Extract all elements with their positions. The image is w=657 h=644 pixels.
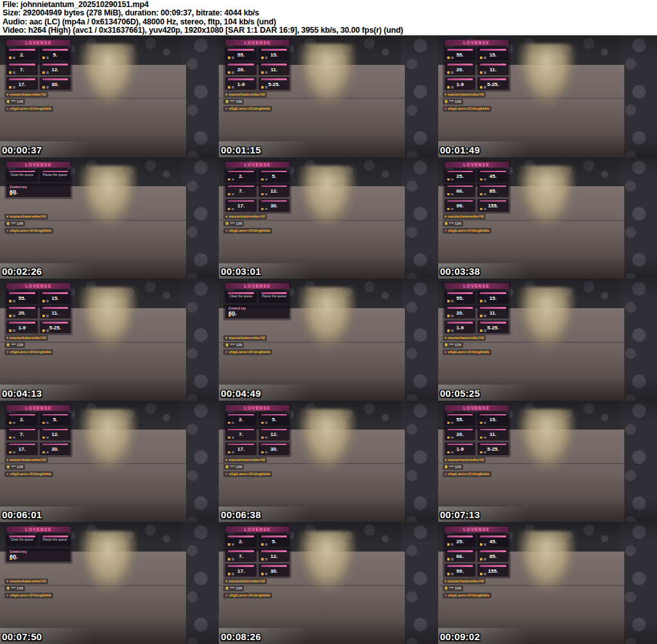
crown-icon: ♛	[225, 465, 228, 469]
tip-amount: 15.	[490, 417, 497, 422]
overlay-caption-text: *** 126	[11, 586, 23, 591]
overlay-caption-text: sfigiLanio<2Udrqjkbkb	[228, 350, 270, 354]
tip-menu-overlay: LOVENSE Clear the queue Pause the queue …	[223, 282, 291, 320]
overlay-caption-text: sfigiLanio<2Udrqjkbkb	[10, 350, 51, 354]
overlay-captions: ♦masterbatermike!42♛*** 126♦sfigiLanio<2…	[443, 92, 491, 112]
timestamp-label: 00:07:13	[440, 509, 480, 520]
tip-menu-tiles: 2.5.7.12.17.30.	[6, 413, 71, 455]
trophy-icon: ♦	[225, 579, 227, 584]
tip-tile: 85.	[477, 184, 509, 197]
tip-menu-overlay: LOVENSE 2.5.7.12.17.30.	[223, 161, 291, 214]
tip-amount: 20.	[456, 431, 463, 437]
video-thumbnail: LOVENSE 25.45.66.85.99.155. ♦masterbater…	[438, 157, 657, 279]
overlay-caption: ♦sfigiLanio<2Udrqjkbkb	[443, 471, 491, 477]
tip-amount: 15.	[51, 295, 58, 301]
overlay-caption: ♦masterbatermike!42	[4, 457, 48, 463]
timestamp-label: 00:09:02	[440, 631, 480, 642]
gift-icon: ♦	[445, 229, 447, 233]
tip-tile: 55.	[445, 291, 476, 304]
gift-icon: ♦	[6, 593, 8, 598]
tip-amount: 1-9	[237, 82, 245, 87]
trophy-icon: ♦	[225, 336, 227, 340]
timestamp-label: 00:04:13	[2, 388, 42, 399]
toy-control-buttons: Clear the queue Pause the queue	[6, 534, 71, 546]
overlay-captions: ♦masterbatermike!42♛*** 126♦sfigiLanio<2…	[223, 92, 272, 112]
tip-amount: 12.	[51, 431, 58, 437]
gift-icon: ♦	[6, 107, 8, 111]
tip-tile: 7.	[225, 184, 257, 197]
tip-menu-tiles: 55.15.20.11.1-95-25.	[6, 291, 71, 333]
lovense-logo: LOVENSE	[6, 283, 71, 289]
tip-amount: 1-9	[456, 325, 464, 331]
overlay-caption: ♦sfigiLanio<2Udrqjkbkb	[223, 106, 272, 112]
tip-amount: 20.	[456, 67, 463, 73]
overlay-caption: ♦masterbatermike!42	[443, 214, 486, 220]
tip-tile: 5.	[259, 170, 290, 182]
overlay-caption: ♦sfigiLanio<2Udrqjkbkb	[443, 593, 491, 598]
overlay-captions: ♦masterbatermike!42♛*** 126♦sfigiLanio<2…	[223, 335, 272, 355]
tip-menu-overlay: LOVENSE Clear the queue Pause the queue …	[4, 525, 73, 564]
tip-tile: 30.	[259, 442, 290, 455]
tip-menu-tiles: 55.15.20.11.1-95-25.	[445, 413, 509, 455]
tip-amount: 12.	[51, 67, 58, 73]
tip-amount: 11.	[51, 310, 58, 316]
overlay-caption-text: masterbatermike!42	[228, 458, 265, 462]
overlay-captions: ♦masterbatermike!42♛*** 126♦sfigiLanio<2…	[223, 214, 272, 234]
tip-tile: 15.	[259, 48, 290, 60]
overlay-caption-text: masterbatermike!42	[448, 458, 484, 462]
overlay-caption-text: *** 126	[230, 586, 243, 591]
tip-amount: 99.	[456, 203, 463, 209]
tip-tile: 2.	[225, 413, 257, 426]
overlay-caption-text: *** 126	[230, 222, 243, 226]
overlay-caption: ♛*** 126	[223, 464, 244, 470]
tip-amount: 5-25.	[49, 325, 61, 331]
tip-tile: 2.	[6, 413, 38, 426]
timestamp-label: 00:03:01	[221, 266, 260, 277]
tip-menu-overlay: LOVENSE 55.15.20.11.1-95-25.	[443, 39, 511, 92]
crown-icon: ♛	[225, 100, 228, 104]
overlay-caption-text: *** 126	[230, 100, 243, 104]
crown-icon: ♛	[445, 586, 448, 591]
tip-menu-overlay: LOVENSE 55.15.20.11.1-95-25.	[443, 282, 511, 335]
overlay-caption: ♦sfigiLanio<2Udrqjkbkb	[223, 228, 272, 234]
tip-tile: 15.	[477, 48, 509, 60]
tip-amount: 7.	[239, 553, 243, 559]
crown-icon: ♛	[445, 465, 448, 469]
tip-tile: 12.	[259, 549, 290, 562]
overlay-caption: ♦sfigiLanio<2Udrqjkbkb	[223, 349, 272, 355]
tip-menu-overlay: LOVENSE 25.45.66.85.99.155.	[443, 161, 511, 214]
tip-menu-overlay: LOVENSE Clear the queue Pause the queue …	[4, 161, 73, 199]
tip-tile: 17.	[225, 442, 257, 455]
tip-tile: 55.	[445, 48, 476, 60]
thumbnail-grid: LOVENSE 2.5.7.12.17.30. ♦masterbatermike…	[0, 35, 657, 644]
overlay-caption: ♛*** 126	[443, 464, 463, 470]
tip-tile: 12.	[40, 62, 71, 75]
gift-icon: ♦	[6, 472, 8, 476]
tip-tile: 99.	[445, 564, 476, 577]
tip-tile: 17.	[6, 442, 38, 455]
tip-amount: 5-25.	[268, 82, 280, 87]
crown-icon: ♛	[445, 222, 448, 226]
tip-tile: 12.	[259, 184, 290, 197]
gift-icon: ♦	[225, 472, 227, 476]
tip-amount: 17.	[19, 82, 26, 87]
overlay-captions: ♦masterbatermike!42♛*** 126♦sfigiLanio<2…	[4, 457, 53, 477]
overlay-caption-text: sfigiLanio<2Udrqjkbkb	[448, 350, 490, 354]
tip-amount: 85.	[490, 553, 497, 559]
tip-tile: 55.	[225, 48, 257, 60]
overlay-caption: ♛*** 126	[4, 464, 25, 470]
tip-amount: 7.	[239, 431, 243, 437]
tip-menu-overlay: LOVENSE 25.45.66.85.99.155.	[443, 525, 511, 579]
overlay-captions: ♦masterbatermike!42♛*** 126♦sfigiLanio<2…	[443, 579, 491, 598]
tip-tile: 55.	[6, 291, 38, 304]
overlay-caption-text: masterbatermike!42	[448, 92, 484, 97]
overlay-caption: ♦masterbatermike!42	[223, 579, 267, 584]
trophy-icon: ♦	[445, 214, 447, 219]
gift-icon: ♦	[6, 229, 8, 233]
lovense-logo: LOVENSE	[225, 283, 289, 289]
overlay-caption-text: masterbatermike!42	[10, 336, 46, 340]
tip-amount: 66.	[456, 188, 463, 194]
file-info-line: File: johnnietantum_202510290151.mp4	[3, 1, 657, 9]
control-toy-value: 60.	[228, 310, 286, 317]
video-thumbnail: LOVENSE Clear the queue Pause the queue …	[219, 279, 438, 401]
